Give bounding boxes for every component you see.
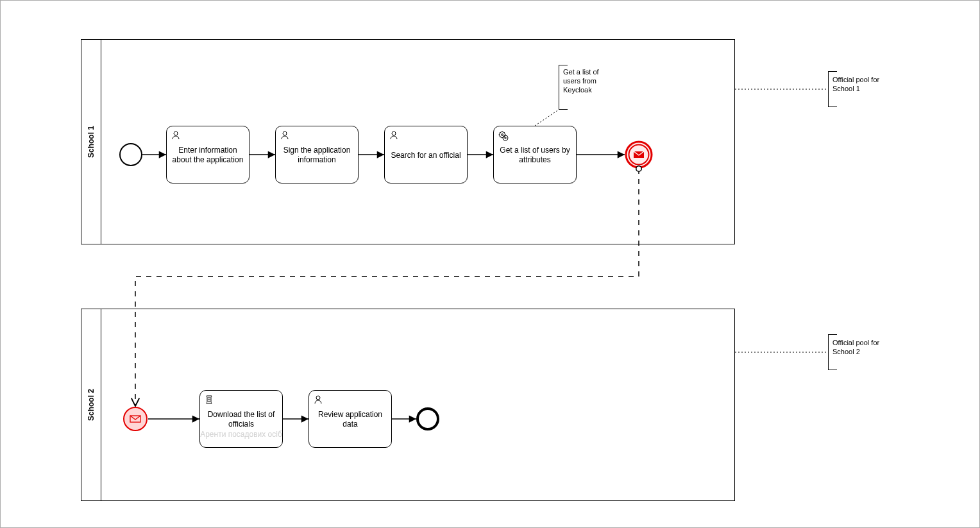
- svg-point-14: [505, 137, 506, 139]
- task-sign-information-label: Sign the application information: [281, 146, 353, 165]
- svg-point-18: [124, 407, 147, 430]
- pool-school-1-label-slot: School 1: [81, 40, 101, 244]
- task-get-users[interactable]: Get a list of users by attributes: [493, 126, 577, 183]
- annotation-keycloak-text: Get a list of users from Keycloak: [563, 68, 614, 94]
- annotation-official-pool-1[interactable]: Official pool for School 1: [828, 71, 837, 107]
- task-get-users-label: Get a list of users by attributes: [499, 146, 571, 165]
- pool-school-2[interactable]: School 2: [81, 309, 735, 501]
- svg-point-4: [502, 134, 503, 136]
- task-search-official[interactable]: Search for an official: [384, 126, 468, 183]
- svg-point-13: [503, 135, 508, 141]
- task-download-list-watermark: Аренти посадових осіб: [200, 430, 282, 439]
- user-icon: [280, 130, 290, 141]
- annotation-official-pool-2[interactable]: Official pool for School 2: [828, 334, 837, 370]
- svg-point-2: [392, 132, 396, 135]
- task-download-list[interactable]: Download the list of officials Аренти по…: [199, 390, 283, 448]
- annotation-official-pool-1-text: Official pool for School 1: [832, 76, 884, 94]
- bpmn-diagram: School 1 School 2 Enter information abou…: [0, 0, 980, 528]
- pool-school-1-label: School 1: [87, 126, 96, 158]
- task-review-application-label: Review application data: [314, 410, 386, 429]
- message-throw-event[interactable]: [625, 141, 653, 171]
- task-download-list-label: Download the list of officials: [205, 410, 277, 429]
- service-gear-icon: [498, 130, 509, 142]
- message-throw-icon: [625, 141, 653, 169]
- task-sign-information[interactable]: Sign the application information: [275, 126, 359, 183]
- annotation-keycloak[interactable]: Get a list of users from Keycloak: [559, 65, 568, 110]
- user-icon: [389, 130, 399, 141]
- task-enter-information[interactable]: Enter information about the application: [166, 126, 249, 183]
- user-icon: [313, 395, 323, 405]
- annotation-official-pool-2-text: Official pool for School 2: [832, 339, 884, 357]
- task-enter-information-label: Enter information about the application: [172, 146, 244, 165]
- end-event-school-2[interactable]: [416, 407, 439, 430]
- script-icon: [204, 395, 214, 405]
- task-review-application[interactable]: Review application data: [308, 390, 392, 448]
- svg-point-1: [283, 132, 287, 135]
- message-catch-icon: [122, 406, 148, 432]
- svg-point-23: [316, 396, 320, 400]
- message-catch-event[interactable]: [122, 406, 148, 434]
- pool-school-2-label: School 2: [87, 389, 96, 421]
- pool-school-2-label-slot: School 2: [81, 309, 101, 500]
- svg-point-0: [174, 132, 178, 135]
- user-icon: [171, 130, 181, 141]
- task-search-official-label: Search for an official: [391, 151, 460, 160]
- start-event-school-1[interactable]: [119, 143, 142, 166]
